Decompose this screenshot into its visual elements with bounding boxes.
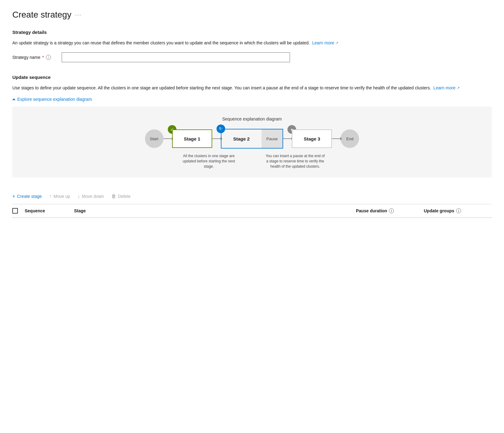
arrow-1 — [163, 138, 172, 139]
required-indicator: * — [42, 55, 44, 60]
delete-button[interactable]: 🗑 Delete — [111, 192, 130, 200]
arrow-up-icon: ↑ — [49, 194, 52, 199]
table-header-sequence: Sequence — [25, 208, 74, 213]
toolbar: + Create stage ↑ Move up ↓ Move down 🗑 D… — [12, 189, 492, 204]
trash-icon: 🗑 — [111, 194, 116, 199]
move-down-button[interactable]: ↓ Move down — [77, 192, 104, 200]
external-link-icon: ↗ — [336, 40, 338, 46]
select-all-checkbox[interactable] — [12, 208, 18, 214]
table-header-stage: Stage — [74, 208, 356, 213]
strategy-name-input[interactable] — [62, 52, 290, 62]
table-header-checkbox-cell — [12, 208, 25, 214]
chevron-up-icon — [12, 98, 15, 100]
pause-box: Pause — [262, 129, 283, 148]
table-header: Sequence Stage Pause duration i Update g… — [12, 204, 492, 218]
sequence-diagram: Sequence explanation diagram Start ✓ Sta… — [12, 107, 492, 178]
update-sequence-title: Update sequence — [12, 75, 492, 80]
table-header-update-groups: Update groups i — [424, 208, 492, 213]
table-header-pause-duration: Pause duration i — [356, 208, 424, 213]
stage3-wrapper: ● Stage 3 — [292, 129, 332, 148]
stage1-box: Stage 1 — [172, 129, 212, 148]
update-groups-info-icon: i — [456, 208, 461, 213]
arrow-3 — [283, 138, 292, 139]
create-stage-button[interactable]: + Create stage — [12, 192, 42, 200]
update-sequence-learn-more[interactable]: Learn more ↗ — [433, 85, 460, 91]
stage2-group: Stage 2 Pause — [221, 129, 283, 149]
diagram-flow: Start ✓ Stage 1 ↻ — [20, 129, 484, 149]
plus-icon: + — [12, 194, 15, 199]
diagram-labels: All the clusters in one stage are update… — [20, 153, 484, 169]
page-title-dots: ··· — [75, 12, 81, 18]
diagram-label-2: You can insert a pause at the end of a s… — [264, 153, 326, 169]
strategy-name-row: Strategy name * i — [12, 52, 492, 62]
end-node: End — [341, 129, 359, 148]
stage2-wrapper: ↻ Stage 2 Pause — [221, 129, 283, 149]
move-up-button[interactable]: ↑ Move up — [49, 192, 70, 200]
stage2-box: Stage 2 — [221, 129, 262, 148]
strategy-name-label: Strategy name * i — [12, 55, 56, 60]
page-header: Create strategy ··· — [12, 10, 492, 20]
page-title: Create strategy — [12, 10, 71, 20]
external-link-icon-2: ↗ — [457, 85, 460, 91]
strategy-details-title: Strategy details — [12, 30, 492, 35]
arrow-4 — [332, 138, 341, 139]
update-sequence-section: Update sequence Use stages to define you… — [12, 75, 492, 178]
stage1-wrapper: ✓ Stage 1 — [172, 129, 212, 148]
pause-duration-info-icon: i — [389, 208, 394, 213]
diagram-title: Sequence explanation diagram — [20, 116, 484, 121]
strategy-details-description: An update strategy is a strategy you can… — [12, 40, 492, 46]
diagram-label-1: All the clusters in one stage are update… — [178, 153, 240, 169]
strategy-name-info-icon: i — [46, 55, 51, 60]
strategy-details-section: Strategy details An update strategy is a… — [12, 30, 492, 62]
arrow-2 — [212, 138, 221, 139]
arrow-down-icon: ↓ — [77, 194, 80, 199]
update-sequence-description: Use stages to define your update sequenc… — [12, 85, 492, 91]
explore-diagram-link[interactable]: Explore sequence explanation diagram — [12, 97, 92, 102]
stage3-box: Stage 3 — [292, 129, 332, 148]
start-node: Start — [145, 129, 163, 148]
strategy-details-learn-more[interactable]: Learn more ↗ — [312, 40, 338, 46]
